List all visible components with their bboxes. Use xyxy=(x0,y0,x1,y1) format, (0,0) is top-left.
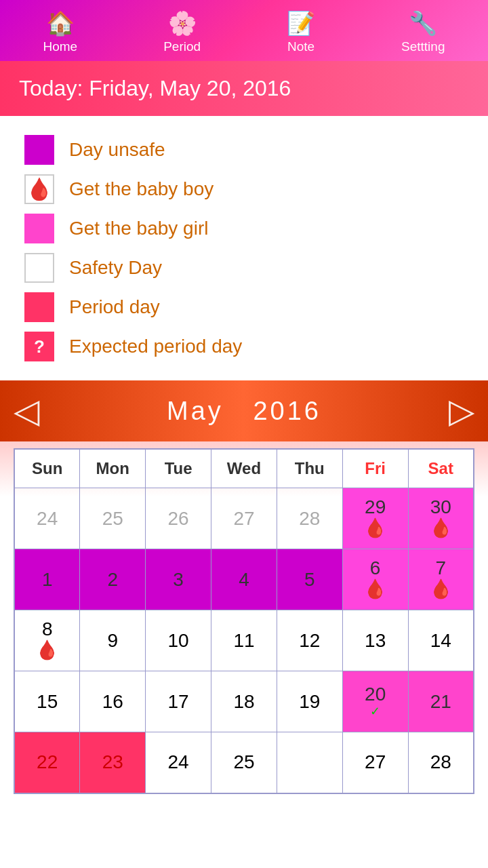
legend-label-girl: Get the baby girl xyxy=(69,218,208,239)
calendar-cell-15[interactable]: 15 xyxy=(14,671,80,732)
calendar-cell-24b[interactable]: 24 xyxy=(146,732,211,793)
calendar-cell-6[interactable]: 6 🩸 xyxy=(342,549,408,610)
calendar-month-title: May 2016 xyxy=(167,397,321,426)
calendar-cell-27b[interactable]: 27 xyxy=(342,732,408,793)
calendar-header: ◁ May 2016 ▷ xyxy=(0,380,488,441)
legend-expected: ? Expected period day xyxy=(24,332,464,361)
legend-box-girl xyxy=(24,214,54,243)
home-label: Home xyxy=(43,39,77,54)
note-icon: 📝 xyxy=(287,9,315,37)
today-text: Today: Friday, May 20, 2016 xyxy=(19,76,291,100)
nav-period[interactable]: 🌸 Period xyxy=(163,9,201,54)
legend-label-safety: Safety Day xyxy=(69,257,162,279)
period-label: Period xyxy=(163,39,201,54)
calendar-cell-25b[interactable]: 25 xyxy=(211,732,277,793)
calendar-cell-21[interactable]: 21 xyxy=(408,671,474,732)
legend-box-safety xyxy=(24,253,54,283)
calendar-cell-5[interactable]: 5 xyxy=(277,549,342,610)
calendar-cell-26b[interactable] xyxy=(277,732,342,793)
legend-label-period: Period day xyxy=(69,296,160,318)
calendar-cell-8[interactable]: 8 🩸 xyxy=(14,610,80,671)
legend-label-expected: Expected period day xyxy=(69,336,242,357)
nav-note[interactable]: 📝 Note xyxy=(287,9,315,54)
legend-box-unsafe xyxy=(24,135,54,165)
period-icon: 🌸 xyxy=(168,9,197,37)
settings-label: Settting xyxy=(401,39,445,54)
table-row: 1 2 3 4 5 6 🩸 7 🩸 xyxy=(14,549,474,610)
calendar-cell-25[interactable]: 25 xyxy=(80,488,146,549)
check-icon-20: ✓ xyxy=(370,704,380,719)
legend-section: Day unsafe 🩸 Get the baby boy Get the ba… xyxy=(0,116,488,380)
nav-home[interactable]: 🏠 Home xyxy=(43,9,77,54)
col-sun: Sun xyxy=(14,449,80,488)
calendar-cell-11[interactable]: 11 xyxy=(211,610,277,671)
calendar-cell-26[interactable]: 26 xyxy=(146,488,211,549)
calendar-cell-2[interactable]: 2 xyxy=(80,549,146,610)
today-banner: Today: Friday, May 20, 2016 xyxy=(0,61,488,116)
calendar-cell-22[interactable]: 22 xyxy=(14,732,80,793)
drop-icon-29: 🩸 xyxy=(363,517,387,539)
calendar-cell-3[interactable]: 3 xyxy=(146,549,211,610)
drop-icon-6: 🩸 xyxy=(363,578,387,600)
calendar-cell-12[interactable]: 12 xyxy=(277,610,342,671)
calendar-section: Sun Mon Tue Wed Thu Fri Sat 24 25 26 27 … xyxy=(0,441,488,808)
home-icon: 🏠 xyxy=(46,9,75,37)
calendar-cell-10[interactable]: 10 xyxy=(146,610,211,671)
drop-icon-8: 🩸 xyxy=(35,639,59,661)
legend-label-unsafe: Day unsafe xyxy=(69,139,165,161)
next-month-button[interactable]: ▷ xyxy=(449,391,474,431)
calendar-cell-29[interactable]: 29 🩸 xyxy=(342,488,408,549)
col-sat: Sat xyxy=(408,449,474,488)
table-row: 8 🩸 9 10 11 12 13 14 xyxy=(14,610,474,671)
calendar-cell-13[interactable]: 13 xyxy=(342,610,408,671)
calendar-cell-23[interactable]: 23 xyxy=(80,732,146,793)
drop-icon-7: 🩸 xyxy=(429,578,453,600)
col-tue: Tue xyxy=(146,449,211,488)
legend-girl: Get the baby girl xyxy=(24,214,464,243)
drop-icon-30: 🩸 xyxy=(429,517,453,539)
drop-icon-boy: 🩸 xyxy=(26,176,53,202)
calendar-cell-24[interactable]: 24 xyxy=(14,488,80,549)
calendar-cell-20-today[interactable]: 20 ✓ xyxy=(342,671,408,732)
legend-safety: Safety Day xyxy=(24,253,464,283)
prev-month-button[interactable]: ◁ xyxy=(14,391,39,431)
calendar-table: Sun Mon Tue Wed Thu Fri Sat 24 25 26 27 … xyxy=(14,448,474,794)
table-row: 15 16 17 18 19 20 ✓ 21 xyxy=(14,671,474,732)
calendar-cell-27[interactable]: 27 xyxy=(211,488,277,549)
calendar-cell-7[interactable]: 7 🩸 xyxy=(408,549,474,610)
legend-boy: 🩸 Get the baby boy xyxy=(24,174,464,204)
calendar-cell-30[interactable]: 30 🩸 xyxy=(408,488,474,549)
note-label: Note xyxy=(287,39,314,54)
table-row: 22 23 24 25 27 28 xyxy=(14,732,474,793)
calendar-cell-28b[interactable]: 28 xyxy=(408,732,474,793)
calendar-cell-1[interactable]: 1 xyxy=(14,549,80,610)
calendar-cell-28[interactable]: 28 xyxy=(277,488,342,549)
col-wed: Wed xyxy=(211,449,277,488)
calendar-cell-14[interactable]: 14 xyxy=(408,610,474,671)
legend-unsafe: Day unsafe xyxy=(24,135,464,165)
top-navigation: 🏠 Home 🌸 Period 📝 Note 🔧 Settting xyxy=(0,0,488,61)
calendar-cell-17[interactable]: 17 xyxy=(146,671,211,732)
col-mon: Mon xyxy=(80,449,146,488)
calendar-cell-16[interactable]: 16 xyxy=(80,671,146,732)
legend-label-boy: Get the baby boy xyxy=(69,178,214,200)
nav-settings[interactable]: 🔧 Settting xyxy=(401,9,445,54)
calendar-cell-19[interactable]: 19 xyxy=(277,671,342,732)
legend-period: Period day xyxy=(24,292,464,322)
calendar-cell-9[interactable]: 9 xyxy=(80,610,146,671)
question-icon: ? xyxy=(34,336,45,357)
legend-box-period xyxy=(24,292,54,322)
calendar-cell-18[interactable]: 18 xyxy=(211,671,277,732)
calendar-cell-4[interactable]: 4 xyxy=(211,549,277,610)
col-thu: Thu xyxy=(277,449,342,488)
legend-box-boy: 🩸 xyxy=(24,174,54,204)
settings-icon: 🔧 xyxy=(409,9,437,37)
col-fri: Fri xyxy=(342,449,408,488)
legend-box-expected: ? xyxy=(24,332,54,361)
table-row: 24 25 26 27 28 29 🩸 30 🩸 xyxy=(14,488,474,549)
